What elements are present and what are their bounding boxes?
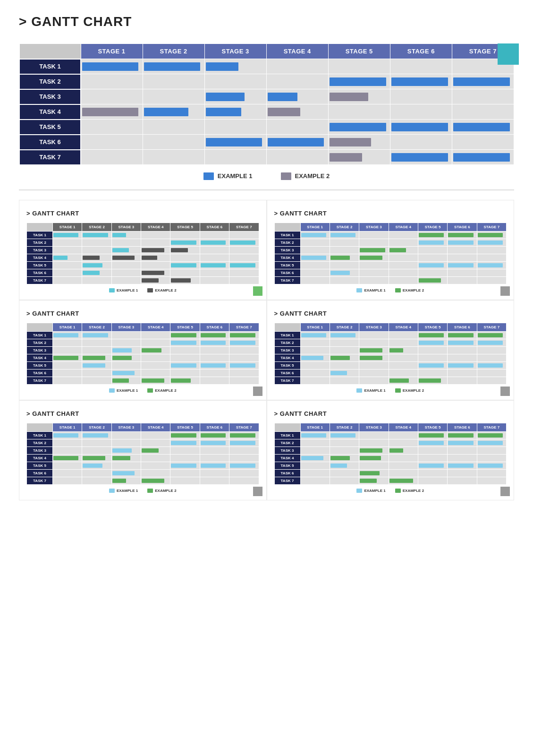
sg6-row-6: TASK 6 (274, 469, 507, 477)
sg6-row-7: TASK 7 (274, 477, 507, 484)
page-title: > GANTT CHART (19, 14, 514, 29)
task3-stage6 (390, 89, 452, 104)
sg6-row-1: TASK 1 (274, 431, 507, 439)
task-label-2: TASK 2 (19, 74, 81, 89)
sg5-accent (253, 487, 262, 496)
task6-stage2 (143, 135, 204, 150)
task5-stage5 (328, 120, 390, 135)
sg6-row-5: TASK 5 (274, 462, 507, 469)
legend-item-1: EXAMPLE 1 (203, 172, 253, 180)
task1-stage3 (204, 59, 266, 74)
small-chart-2: > GANTT CHART STAGE 1 STAGE 2 STAGE 3 ST… (267, 200, 515, 300)
small-chart-title-6: > GANTT CHART (274, 410, 507, 417)
sg3-row-7: TASK 7 (27, 377, 259, 384)
sg1-legend-2: EXAMPLE 2 (155, 288, 176, 292)
sg4-row-5: TASK 5 (274, 361, 507, 369)
sg-table-1: STAGE 1 STAGE 2 STAGE 3 STAGE 4 STAGE 5 … (26, 223, 259, 284)
sg1-h1: STAGE 1 (53, 223, 82, 231)
task5-stage2 (143, 120, 204, 135)
small-chart-title-2: > GANTT CHART (274, 210, 507, 217)
accent-teal-square (498, 43, 519, 65)
task3-stage4 (266, 89, 328, 104)
task-label-5: TASK 5 (19, 120, 81, 135)
sg1-h2: STAGE 2 (82, 223, 111, 231)
sg6-legend: EXAMPLE 1 EXAMPLE 2 (274, 489, 507, 493)
small-chart-3: > GANTT CHART STAGE 1 STAGE 2 STAGE 3 ST… (19, 300, 267, 400)
gantt-header-row: STAGE 1 STAGE 2 STAGE 3 STAGE 4 STAGE 5 … (19, 44, 514, 59)
task6-stage4 (266, 135, 328, 150)
task3-stage7 (452, 89, 514, 104)
task4-stage7 (452, 104, 514, 120)
small-chart-5: > GANTT CHART STAGE 1 STAGE 2 STAGE 3 ST… (19, 400, 267, 500)
sg-table-2: STAGE 1 STAGE 2 STAGE 3 STAGE 4 STAGE 5 … (274, 223, 507, 284)
sg4-accent (500, 387, 510, 396)
task5-stage1 (81, 120, 143, 135)
sg2-row-3: TASK 3 (274, 246, 507, 254)
sg6-row-3: TASK 3 (274, 447, 507, 454)
sg1-row-3: TASK 3 (27, 246, 259, 254)
task7-stage4 (266, 150, 328, 165)
sg3-legend: EXAMPLE 1 EXAMPLE 2 (26, 388, 259, 393)
sg-table-5: STAGE 1 STAGE 2 STAGE 3 STAGE 4 STAGE 5 … (26, 423, 259, 485)
task7-stage1 (81, 150, 143, 165)
sg2-row-1: TASK 1 (274, 231, 507, 239)
task-label-6: TASK 6 (19, 135, 81, 150)
task2-stage1 (81, 74, 143, 89)
task2-stage6 (390, 74, 452, 89)
sg1-accent (253, 286, 262, 296)
sg4-legend: EXAMPLE 1 EXAMPLE 2 (274, 388, 507, 393)
main-divider (19, 189, 514, 190)
sg4-row-1: TASK 1 (274, 331, 507, 339)
task-row-7: TASK 7 (19, 150, 514, 165)
task6-stage7 (452, 135, 514, 150)
task4-stage3 (204, 104, 266, 120)
sg1-row-5: TASK 5 (27, 261, 259, 269)
sg4-row-2: TASK 2 (274, 339, 507, 346)
sg5-row-1: TASK 1 (27, 431, 259, 439)
small-chart-title-5: > GANTT CHART (26, 410, 259, 417)
task1-stage6 (390, 59, 452, 74)
sg4-row-6: TASK 6 (274, 369, 507, 377)
sg3-row-1: TASK 1 (27, 331, 259, 339)
sg1-row-1: TASK 1 (27, 231, 259, 239)
sg2-row-7: TASK 7 (274, 276, 507, 284)
small-chart-4: > GANTT CHART STAGE 1 STAGE 2 STAGE 3 ST… (267, 300, 515, 400)
stage-header-3: STAGE 3 (204, 44, 266, 59)
task1-stage1 (81, 59, 143, 74)
sg3-row-4: TASK 4 (27, 354, 259, 361)
legend-box-1 (203, 172, 214, 180)
sg4-row-3: TASK 3 (274, 346, 507, 354)
gantt-table: STAGE 1 STAGE 2 STAGE 3 STAGE 4 STAGE 5 … (19, 43, 514, 165)
task-label-1: TASK 1 (19, 59, 81, 74)
sg2-accent (500, 286, 510, 296)
main-gantt-chart: STAGE 1 STAGE 2 STAGE 3 STAGE 4 STAGE 5 … (19, 43, 514, 180)
task-row-4: TASK 4 (19, 104, 514, 120)
task3-stage1 (81, 89, 143, 104)
sg-table-6: STAGE 1 STAGE 2 STAGE 3 STAGE 4 STAGE 5 … (274, 423, 507, 485)
sg2-row-6: TASK 6 (274, 269, 507, 276)
small-chart-title-4: > GANTT CHART (274, 310, 507, 317)
task-row-3: TASK 3 (19, 89, 514, 104)
sg1-row-4: TASK 4 (27, 254, 259, 261)
task4-stage5 (328, 104, 390, 120)
task7-stage3 (204, 150, 266, 165)
task-row-5: TASK 5 (19, 120, 514, 135)
sg5-row-3: TASK 3 (27, 447, 259, 454)
task4-stage4 (266, 104, 328, 120)
sg3-row-6: TASK 6 (27, 369, 259, 377)
legend-label-2: EXAMPLE 2 (295, 172, 330, 180)
task7-stage7 (452, 150, 514, 165)
small-chart-title-1: > GANTT CHART (26, 210, 259, 217)
sg4-row-4: TASK 4 (274, 354, 507, 361)
stage-header-5: STAGE 5 (328, 44, 390, 59)
sg5-row-7: TASK 7 (27, 477, 259, 484)
task5-stage7 (452, 120, 514, 135)
task6-stage5 (328, 135, 390, 150)
task3-stage2 (143, 89, 204, 104)
task5-stage6 (390, 120, 452, 135)
sg6-row-4: TASK 4 (274, 454, 507, 462)
task6-stage6 (390, 135, 452, 150)
task7-stage5 (328, 150, 390, 165)
sg5-row-2: TASK 2 (27, 439, 259, 447)
legend-label-1: EXAMPLE 1 (218, 172, 253, 180)
